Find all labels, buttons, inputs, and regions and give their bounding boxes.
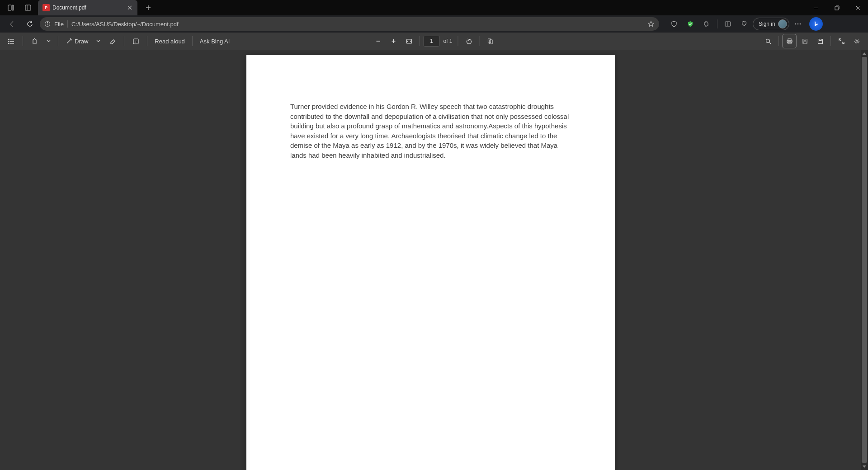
draw-label: Draw xyxy=(75,38,88,45)
svg-point-18 xyxy=(797,24,798,25)
window-close-button[interactable] xyxy=(847,0,868,15)
svg-rect-0 xyxy=(8,5,11,10)
tab-title: Document.pdf xyxy=(52,5,123,11)
url-scheme: File xyxy=(54,21,64,28)
svg-point-44 xyxy=(856,40,858,42)
erase-button[interactable] xyxy=(106,34,119,48)
rotate-button[interactable] xyxy=(462,34,476,48)
url-divider xyxy=(67,20,68,28)
back-button[interactable] xyxy=(4,17,20,31)
fullscreen-button[interactable] xyxy=(835,34,848,48)
svg-point-19 xyxy=(799,24,801,25)
save-as-button[interactable] xyxy=(813,34,827,48)
site-info-icon[interactable] xyxy=(44,21,51,27)
separator xyxy=(23,36,23,46)
svg-point-23 xyxy=(8,39,9,40)
pdf-viewer[interactable]: Turner provided evidence in his Gordon R… xyxy=(0,50,868,470)
separator xyxy=(147,36,147,46)
draw-button[interactable]: Draw xyxy=(63,34,91,48)
svg-point-24 xyxy=(8,41,9,42)
fit-page-button[interactable] xyxy=(402,34,415,48)
contents-button[interactable] xyxy=(5,34,18,48)
page-number-input[interactable] xyxy=(423,36,439,47)
url-path: C:/Users/ASUS/Desktop/~/Document.pdf xyxy=(71,21,179,28)
signin-button[interactable]: Sign in xyxy=(753,18,789,30)
svg-rect-42 xyxy=(818,39,822,43)
add-text-button[interactable]: T xyxy=(129,34,142,48)
pdf-favicon-icon: P xyxy=(42,4,50,11)
scroll-track[interactable] xyxy=(861,57,868,463)
svg-rect-43 xyxy=(819,39,821,40)
more-menu-button[interactable] xyxy=(790,17,806,31)
pdf-page: Turner provided evidence in his Gordon R… xyxy=(246,55,615,470)
page-view-button[interactable] xyxy=(483,34,497,48)
refresh-button[interactable] xyxy=(22,17,38,31)
separator xyxy=(58,36,58,46)
signin-label: Sign in xyxy=(759,21,775,27)
svg-rect-40 xyxy=(804,39,806,40)
tracking-prevention-icon[interactable] xyxy=(666,17,682,31)
page-total-label: of 1 xyxy=(441,38,454,44)
address-bar-row: File C:/Users/ASUS/Desktop/~/Document.pd… xyxy=(0,15,868,33)
svg-rect-1 xyxy=(12,5,14,10)
scroll-up-arrow-icon[interactable] xyxy=(861,50,868,57)
bing-chat-button[interactable] xyxy=(809,17,823,31)
svg-rect-2 xyxy=(25,5,31,10)
vertical-tabs-button[interactable] xyxy=(21,0,35,15)
favorite-button[interactable] xyxy=(647,20,655,28)
svg-rect-9 xyxy=(835,7,838,10)
svg-text:T: T xyxy=(135,39,137,43)
separator xyxy=(778,36,779,46)
titlebar-left: P Document.pdf xyxy=(0,0,155,15)
scroll-down-arrow-icon[interactable] xyxy=(861,463,868,470)
svg-point-34 xyxy=(766,39,769,42)
separator xyxy=(479,36,480,46)
svg-point-25 xyxy=(8,43,9,44)
pdf-toolbar-right xyxy=(761,34,863,48)
separator xyxy=(124,36,124,46)
ask-bing-ai-button[interactable]: Ask Bing AI xyxy=(197,34,232,48)
draw-dropdown[interactable] xyxy=(94,34,103,48)
separator xyxy=(830,36,831,46)
scroll-thumb[interactable] xyxy=(862,57,867,463)
settings-button[interactable] xyxy=(850,34,863,48)
read-aloud-label: Read aloud xyxy=(155,38,185,45)
minimize-button[interactable] xyxy=(806,0,826,15)
close-tab-button[interactable] xyxy=(126,4,134,12)
pdf-toolbar: Draw T Read aloud Ask Bing AI of 1 xyxy=(0,33,868,50)
pdf-toolbar-center: of 1 xyxy=(371,34,496,48)
avatar-icon xyxy=(778,19,787,28)
svg-point-17 xyxy=(795,24,796,25)
extensions-icon[interactable] xyxy=(699,17,714,31)
window-controls xyxy=(806,0,868,15)
vertical-scrollbar[interactable] xyxy=(861,50,868,470)
svg-rect-41 xyxy=(803,42,806,44)
address-bar-right: Sign in xyxy=(666,17,823,31)
document-paragraph: Turner provided evidence in his Gordon R… xyxy=(290,102,571,160)
highlight-button[interactable] xyxy=(28,34,41,48)
favorites-icon[interactable] xyxy=(736,17,752,31)
new-tab-button[interactable] xyxy=(142,1,155,14)
save-button[interactable] xyxy=(798,34,811,48)
find-button[interactable] xyxy=(761,34,775,48)
zoom-in-button[interactable] xyxy=(387,34,400,48)
print-button[interactable] xyxy=(783,34,796,48)
zoom-out-button[interactable] xyxy=(371,34,385,48)
svg-line-35 xyxy=(769,42,771,44)
split-screen-icon[interactable] xyxy=(720,17,736,31)
window-titlebar: P Document.pdf xyxy=(0,0,868,15)
browser-tab[interactable]: P Document.pdf xyxy=(38,0,137,15)
separator xyxy=(717,19,717,28)
separator xyxy=(419,36,420,46)
address-bar[interactable]: File C:/Users/ASUS/Desktop/~/Document.pd… xyxy=(40,17,659,31)
separator xyxy=(192,36,193,46)
security-shield-icon[interactable] xyxy=(683,17,698,31)
ask-bing-label: Ask Bing AI xyxy=(200,38,230,45)
svg-point-14 xyxy=(47,22,47,23)
read-aloud-button[interactable]: Read aloud xyxy=(152,34,188,48)
highlight-dropdown[interactable] xyxy=(44,34,53,48)
maximize-button[interactable] xyxy=(826,0,847,15)
separator xyxy=(458,36,458,46)
tab-actions-button[interactable] xyxy=(4,0,18,15)
